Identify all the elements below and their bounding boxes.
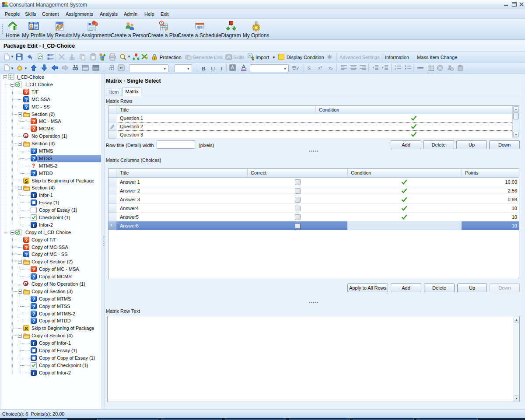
svg-text:1: 1 — [395, 65, 396, 67]
svg-text:ab: ab — [292, 65, 296, 69]
svg-text:2: 2 — [395, 68, 396, 70]
